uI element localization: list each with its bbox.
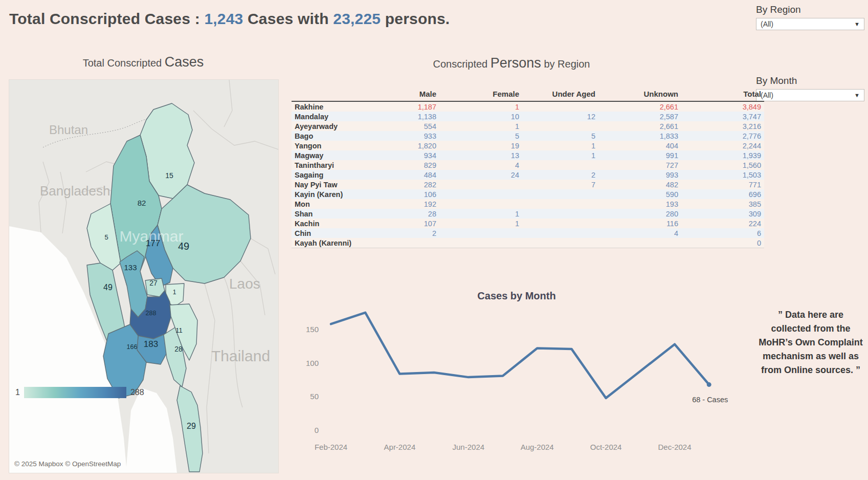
x-axis-tick: Aug-2024 — [521, 443, 554, 451]
map-attribution: © 2025 Mapbox © OpenStreetMap — [14, 460, 121, 468]
map-region-value-label: 183 — [144, 339, 158, 349]
table-header-row: MaleFemaleUnder AgedUnknownTotal — [292, 88, 764, 101]
region-filter-dropdown[interactable]: (All) ▼ — [756, 18, 864, 30]
map-canvas: BhutanBangladeshLaosThailandMyanmar15825… — [9, 80, 278, 473]
table-row[interactable]: Kayin (Karen)106590696 — [292, 189, 764, 199]
map-region-value-label: 15 — [165, 171, 173, 180]
line-end-label: 68 - Cases — [692, 396, 728, 404]
map-region-value-label: 166 — [127, 343, 138, 351]
country-border-line — [193, 111, 278, 149]
table-row[interactable]: Kachin1071116224 — [292, 219, 764, 228]
chevron-down-icon: ▼ — [854, 92, 860, 98]
map-title: Total Conscripted Cases — [9, 54, 278, 70]
line-end-point[interactable] — [707, 382, 711, 387]
cases-by-month-chart: 050100150Feb-2024Apr-2024Jun-2024Aug-202… — [289, 284, 744, 468]
table-row[interactable]: Magway9341319911,939 — [292, 150, 764, 160]
country-border-line — [251, 238, 275, 274]
y-axis-tick: 50 — [310, 392, 319, 401]
persons-by-region-table: MaleFemaleUnder AgedUnknownTotal Rakhine… — [292, 88, 730, 248]
y-axis-tick: 0 — [315, 426, 319, 434]
total-persons-count: 23,225 — [333, 10, 381, 27]
region-filter-label: By Region — [756, 4, 864, 15]
map-region-value-label: 27 — [149, 279, 158, 287]
table-title: Conscripted Persons by Region — [292, 55, 731, 71]
region-filter-value: (All) — [761, 20, 773, 28]
total-cases-count: 1,243 — [204, 10, 243, 27]
choropleth-map: BhutanBangladeshLaosThailandMyanmar15825… — [9, 79, 279, 473]
country-label-laos: Laos — [229, 276, 260, 292]
region-column-header — [292, 88, 380, 101]
month-filter: By Month (All) ▼ — [756, 75, 864, 101]
table-row[interactable]: Bago933551,8332,776 — [292, 131, 764, 141]
country-border-line — [224, 277, 242, 407]
table-row[interactable]: Kayah (Karenni)0 — [292, 238, 764, 248]
table-row[interactable]: Tanintharyi82947271,560 — [292, 160, 764, 170]
map-region-magway[interactable] — [120, 251, 147, 317]
x-axis-tick: Oct-2024 — [590, 443, 622, 451]
table-row[interactable]: Mon192193385 — [292, 199, 764, 209]
y-axis-tick: 100 — [306, 359, 319, 367]
legend-max: 288 — [130, 388, 144, 397]
title-middle: Cases with — [243, 10, 333, 27]
x-axis-tick: Apr-2024 — [384, 443, 416, 451]
map-region-value-label: 28 — [174, 345, 183, 353]
map-region-value-label: 1 — [173, 289, 176, 296]
chevron-down-icon: ▼ — [854, 21, 860, 27]
column-header-total: Total — [681, 88, 764, 101]
table-row[interactable]: Shan281280309 — [292, 209, 764, 219]
x-axis-tick: Dec-2024 — [658, 443, 691, 451]
country-border-line — [205, 283, 215, 453]
dashboard: { "header": { "prefix": "Total Conscript… — [0, 0, 868, 480]
sea-andaman — [126, 388, 177, 473]
map-region-value-label: 82 — [138, 199, 146, 207]
title-suffix: persons. — [381, 10, 450, 27]
month-filter-label: By Month — [756, 75, 864, 86]
cases-line[interactable] — [331, 313, 709, 398]
map-region-value-label: 11 — [175, 326, 183, 334]
country-border-line — [224, 80, 232, 127]
map-color-legend: 1 288 — [15, 387, 144, 398]
column-header-male: Male — [380, 88, 439, 101]
y-axis-tick: 150 — [306, 325, 319, 334]
map-region-value-label: 5 — [104, 233, 108, 241]
table-row[interactable]: Chin246 — [292, 228, 764, 238]
x-axis-tick: Feb-2024 — [315, 443, 347, 451]
table-row[interactable]: Yangon1,8201914042,244 — [292, 141, 764, 150]
x-axis-tick: Jun-2024 — [453, 443, 485, 451]
month-filter-dropdown[interactable]: (All) ▼ — [756, 89, 864, 101]
table-row[interactable]: Ayeyarwady55412,6613,216 — [292, 121, 764, 131]
map-region-value-label: 288 — [146, 310, 157, 317]
map-region-value-label: 133 — [124, 263, 137, 272]
chart-canvas: 050100150Feb-2024Apr-2024Jun-2024Aug-202… — [289, 284, 744, 468]
map-region-value-label: 177 — [146, 238, 160, 248]
country-border-line — [60, 172, 66, 233]
country-label-thailand: Thailand — [211, 347, 270, 364]
page-title: Total Conscripted Cases : 1,243 Cases wi… — [9, 10, 450, 28]
legend-min: 1 — [15, 388, 20, 397]
map-region-value-label: 49 — [178, 241, 189, 252]
title-prefix: Total Conscripted Cases : — [9, 10, 204, 27]
column-header-unknown: Unknown — [598, 88, 681, 101]
map-region-value-label: 29 — [187, 422, 196, 430]
table-row[interactable]: Rakhine1,18712,6613,849 — [292, 101, 764, 112]
country-label-bhutan: Bhutan — [49, 123, 88, 137]
region-filter: By Region (All) ▼ — [756, 4, 864, 30]
table-row[interactable]: Nay Pyi Taw2827482771 — [292, 180, 764, 189]
table-row[interactable]: Mandalay1,13810122,5873,747 — [292, 112, 764, 121]
column-header-under-aged: Under Aged — [522, 88, 598, 101]
country-label-bangladesh: Bangladesh — [40, 183, 110, 199]
data-source-note: ” Data here are collected from the MoHR’… — [757, 308, 864, 377]
table-row[interactable]: Sagaing4842429931,503 — [292, 170, 764, 180]
column-header-female: Female — [439, 88, 522, 101]
map-region-value-label: 49 — [103, 283, 113, 292]
legend-gradient-bar — [24, 387, 126, 398]
